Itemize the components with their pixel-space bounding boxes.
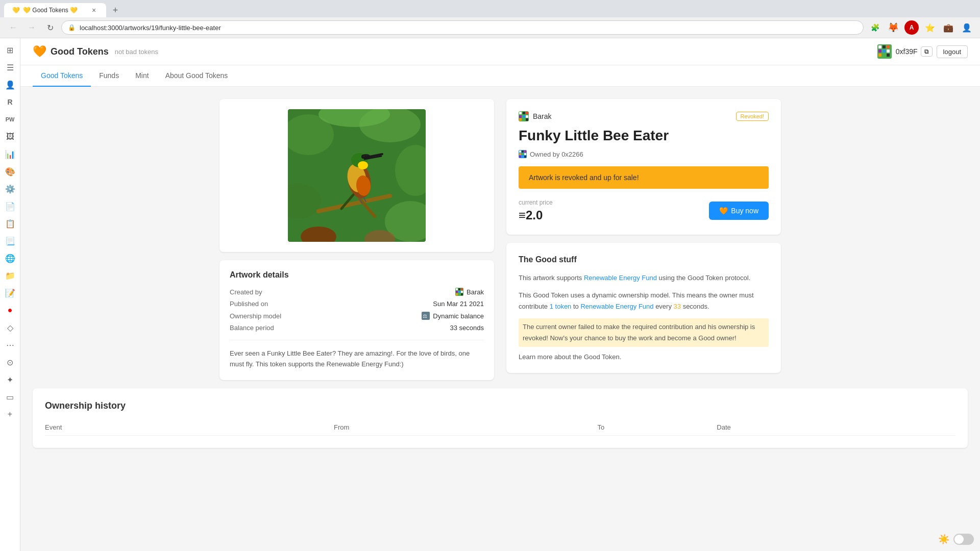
- sidebar-r-icon[interactable]: R: [3, 94, 18, 110]
- ownership-history-card: Ownership history Event From To Date: [33, 388, 968, 448]
- sidebar-table-icon[interactable]: 📊: [3, 146, 18, 162]
- ownership-model-value: ⚖ Dynamic balance: [422, 312, 484, 320]
- creator-display-name: Barak: [533, 112, 552, 120]
- app-logo: 🧡 Good Tokens not bad tokens: [33, 45, 158, 58]
- artwork-details-title: Artwork details: [230, 270, 484, 280]
- svg-rect-42: [458, 293, 460, 295]
- reload-button[interactable]: ↻: [43, 20, 57, 35]
- sidebar-doc5-icon[interactable]: 📝: [3, 285, 18, 300]
- svg-text:⚖: ⚖: [423, 313, 427, 319]
- sidebar-globe-icon[interactable]: 🌐: [3, 251, 18, 266]
- svg-rect-62: [524, 153, 526, 155]
- right-column: Barak Revoked! Funky Little Bee Eater: [506, 99, 781, 380]
- dark-mode-toggle[interactable]: [953, 534, 974, 545]
- published-on-label: Published on: [230, 300, 268, 308]
- sidebar-circle-icon[interactable]: ⊙: [3, 355, 18, 370]
- sidebar-star2-icon[interactable]: ✦: [3, 372, 18, 387]
- artwork-image-card: [219, 99, 494, 252]
- wallet-ext-icon[interactable]: 💼: [941, 20, 955, 35]
- buy-now-button[interactable]: 🧡 Buy now: [709, 202, 769, 220]
- created-by-value: Barak: [455, 288, 484, 296]
- sidebar-person-icon[interactable]: 👤: [3, 77, 18, 92]
- active-tab[interactable]: 💛 💛 Good Tokens 💛 ×: [4, 3, 106, 17]
- sidebar-diamond-icon[interactable]: ◇: [3, 320, 18, 335]
- buy-button-label: Buy now: [731, 207, 758, 215]
- sidebar-doc1-icon[interactable]: 📄: [3, 198, 18, 214]
- artwork-creator-row: Barak Revoked!: [519, 111, 769, 121]
- profile-icon[interactable]: 👤: [960, 20, 974, 35]
- published-on-row: Published on Sun Mar 21 2021: [230, 300, 484, 308]
- sidebar-color-icon[interactable]: 🎨: [3, 164, 18, 179]
- good-stuff-card: The Good stuff This artwork supports Ren…: [506, 243, 781, 373]
- revoked-banner: Artwork is revoked and up for sale!: [519, 166, 769, 189]
- tab-mint[interactable]: Mint: [127, 65, 157, 87]
- sidebar-doc2-icon[interactable]: 📋: [3, 216, 18, 231]
- good-stuff-paragraph2: This Good Token uses a dynamic ownership…: [519, 290, 769, 312]
- svg-rect-43: [461, 293, 463, 295]
- svg-rect-64: [522, 156, 524, 158]
- sidebar-settings-icon[interactable]: ⚙️: [3, 181, 18, 196]
- svg-rect-60: [519, 153, 521, 155]
- tab-close-button[interactable]: ×: [90, 6, 98, 14]
- sidebar-red-dot-icon[interactable]: ●: [3, 303, 18, 318]
- sidebar-doc4-icon[interactable]: 📁: [3, 268, 18, 283]
- svg-rect-37: [461, 288, 463, 290]
- bird-image: [288, 109, 426, 242]
- copy-address-button[interactable]: ⧉: [921, 46, 933, 57]
- learn-more-text: Learn more about the Good Token.: [519, 353, 769, 361]
- adblocker-icon[interactable]: A: [904, 20, 919, 35]
- tab-good-tokens[interactable]: Good Tokens: [33, 65, 91, 87]
- sidebar-image-icon[interactable]: 🖼: [3, 129, 18, 144]
- price-label: current price: [519, 199, 553, 206]
- sidebar-doc3-icon[interactable]: 📃: [3, 233, 18, 248]
- artwork-description: Ever seen a Funky Little Bee Eater? They…: [230, 340, 484, 370]
- theme-icon[interactable]: ☀️: [938, 534, 949, 545]
- col-date: Date: [717, 419, 955, 436]
- svg-rect-51: [523, 115, 525, 118]
- tab-funds[interactable]: Funds: [91, 65, 127, 87]
- renewable-energy-fund-link2[interactable]: Renewable Energy Fund: [580, 303, 653, 310]
- svg-rect-54: [523, 118, 525, 121]
- app-tagline: not bad tokens: [115, 48, 158, 56]
- svg-point-28: [361, 154, 371, 159]
- url-input[interactable]: [80, 24, 857, 32]
- renewable-energy-fund-link1[interactable]: Renewable Energy Fund: [584, 274, 657, 282]
- sidebar-grid-icon[interactable]: ⊞: [3, 42, 18, 58]
- sidebar-card-icon[interactable]: ▭: [3, 389, 18, 405]
- ownership-model-row: Ownership model ⚖ Dynamic balance: [230, 312, 484, 320]
- svg-rect-8: [883, 54, 886, 57]
- price-amount: ≡2.0: [519, 208, 543, 222]
- token-amount-link[interactable]: 1 token: [550, 303, 572, 310]
- sidebar-grid2-icon[interactable]: ⋯: [3, 337, 18, 353]
- svg-rect-59: [524, 151, 526, 153]
- balance-period-value: 33 seconds: [450, 324, 484, 332]
- extensions-icon[interactable]: 🧩: [868, 20, 882, 35]
- col-from: From: [334, 419, 598, 436]
- published-on-value: Sun Mar 21 2021: [433, 300, 484, 308]
- wallet-info: 0xf39F ⧉ logout: [877, 44, 968, 59]
- back-button[interactable]: ←: [6, 20, 20, 35]
- left-sidebar: ⊞ ☰ 👤 R PW 🖼 📊 🎨 ⚙️ 📄 📋 📃 🌐 📁 📝 ● ◇ ⋯ ⊙ …: [0, 38, 20, 551]
- app-content: 🧡 Good Tokens not bad tokens: [20, 38, 980, 551]
- logout-button[interactable]: logout: [937, 45, 968, 58]
- owner-avatar: [519, 150, 527, 158]
- svg-point-23: [358, 161, 368, 169]
- svg-rect-52: [526, 115, 528, 118]
- sidebar-list-icon[interactable]: ☰: [3, 60, 18, 75]
- svg-rect-40: [461, 291, 463, 293]
- forward-button[interactable]: →: [24, 20, 39, 35]
- left-column: Artwork details Created by: [219, 99, 494, 380]
- svg-rect-53: [519, 118, 522, 121]
- star-icon[interactable]: ⭐: [923, 20, 937, 35]
- sidebar-plus-icon[interactable]: +: [3, 407, 18, 422]
- price-section: current price ≡2.0 🧡 Buy now: [519, 199, 769, 222]
- metamask-icon[interactable]: 🦊: [886, 20, 900, 35]
- owner-row: Owned by 0x2266: [519, 150, 769, 158]
- sidebar-pw-icon[interactable]: PW: [3, 112, 18, 127]
- creator-avatar-small: [455, 288, 463, 296]
- balance-period-label: Balance period: [230, 324, 274, 332]
- tab-about[interactable]: About Good Tokens: [157, 65, 236, 87]
- tab-favicon: 💛: [12, 7, 20, 14]
- svg-rect-39: [458, 291, 460, 293]
- new-tab-button[interactable]: +: [108, 3, 122, 17]
